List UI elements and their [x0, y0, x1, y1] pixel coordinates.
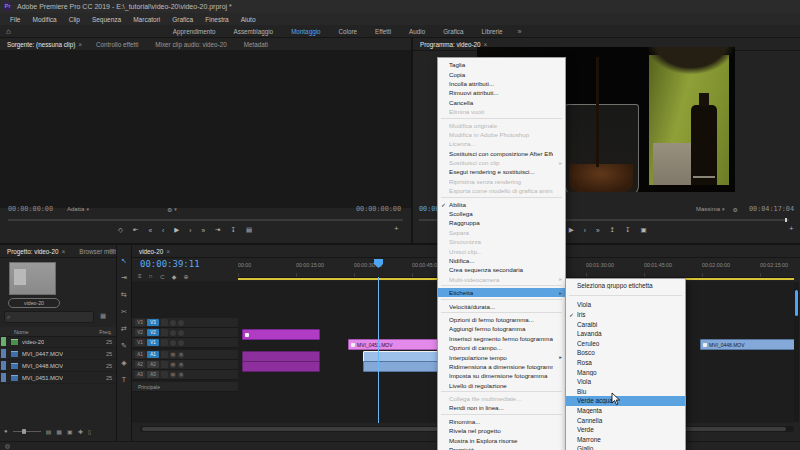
label-color-chip[interactable] [1, 373, 6, 382]
label-submenu-item[interactable]: Cannella [566, 415, 685, 425]
menubar-item[interactable]: Marcatori [127, 16, 166, 23]
context-menu-item[interactable]: Mostra in Esplora risorse [438, 435, 565, 444]
label-submenu-item[interactable]: Blu [566, 387, 685, 397]
menubar-item[interactable]: File [4, 16, 26, 23]
master-track-header[interactable]: Principale [132, 382, 238, 392]
timeline-vertical-scrollbar[interactable] [794, 282, 799, 422]
timeline-clip-video[interactable]: MVI_0448.MOV [700, 339, 797, 350]
timeline-clip-video[interactable] [242, 329, 320, 340]
context-menu-item[interactable]: Raggruppa [438, 218, 565, 227]
playhead-line[interactable] [378, 277, 379, 423]
mute-button[interactable]: M [170, 372, 176, 378]
track-target-button[interactable]: A2 [147, 361, 159, 368]
audio-track-header[interactable]: A1 A1 M S [132, 350, 238, 360]
step-forward-icon[interactable]: › [189, 227, 191, 234]
play-icon[interactable]: ▶ [174, 226, 179, 234]
source-panel-tab[interactable]: Controllo effetti [89, 41, 148, 48]
source-panel-tab[interactable]: Mixer clip audio: video-20 [148, 41, 236, 48]
filter-bin-icon[interactable]: ▦ [100, 312, 106, 320]
context-menu-item[interactable]: Etichetta [438, 288, 565, 297]
source-patch[interactable]: V2 [135, 329, 145, 336]
context-menu-item[interactable]: Aggiungi fermo fotogramma [438, 324, 565, 333]
solo-button[interactable]: S [178, 372, 184, 378]
context-menu-item[interactable]: Ripristina senza rendering [438, 177, 565, 186]
menubar-item[interactable]: Finestra [199, 16, 234, 23]
context-menu-item[interactable]: Sostituisci con composizione After Effec… [438, 149, 565, 158]
column-name[interactable]: Nome [14, 329, 29, 335]
context-menu-item[interactable]: Velocità/durata... [438, 301, 565, 310]
eye-icon[interactable] [170, 320, 176, 326]
context-menu-item[interactable]: Elimina vuoti [438, 107, 565, 116]
column-fps[interactable]: Freq. [99, 329, 112, 335]
source-settings-icon[interactable]: ⚙ [167, 206, 172, 213]
label-submenu-item[interactable]: Bosco [566, 348, 685, 358]
video-20[interactable]: video-20 25 [0, 336, 116, 348]
label-submenu-item[interactable]: Viola [566, 300, 685, 310]
context-menu-item[interactable]: Livello di regolazione [438, 381, 565, 390]
label-color-chip[interactable] [1, 337, 6, 346]
list-view-icon[interactable]: ▤ [46, 428, 52, 435]
menubar-item[interactable]: Sequenza [86, 16, 127, 23]
context-menu-item[interactable]: Opzioni di campo... [438, 343, 565, 352]
context-menu-item[interactable]: Imposta su dimensione fotogramma [438, 371, 565, 380]
track-target-button[interactable]: V3 [147, 319, 159, 326]
context-menu-item[interactable]: Proprietà [438, 445, 565, 450]
source-panel-tab[interactable]: Sorgente: (nessuna clip)× [0, 41, 89, 48]
scrollbar-thumb[interactable] [795, 290, 798, 316]
search-input[interactable] [10, 313, 84, 321]
label-submenu-item[interactable]: Giallo [566, 444, 685, 450]
insert-icon[interactable]: ↧ [231, 226, 236, 234]
context-menu-item[interactable]: Sostituisci con clip [438, 158, 565, 167]
context-menu-item[interactable]: Modifica in Adobe Photoshop [438, 130, 565, 139]
label-submenu-item[interactable]: Verde acqua [566, 396, 685, 406]
menubar-item[interactable]: Clip [63, 16, 86, 23]
context-menu-item[interactable]: Multi-videocamera [438, 275, 565, 284]
label-submenu-item[interactable]: Verde [566, 425, 685, 435]
track-options-icon[interactable] [178, 320, 184, 326]
track-target-button[interactable]: V1 [147, 339, 159, 346]
solo-button[interactable]: S [178, 352, 184, 358]
label-color-chip[interactable] [1, 349, 6, 358]
audio-track-header[interactable]: A2 A2 M S [132, 360, 238, 370]
panel-menu-icon[interactable]: ≡ [109, 247, 113, 254]
context-menu-item[interactable]: Licenza... [438, 139, 565, 148]
workspace-tab[interactable]: Apprendimento [164, 28, 225, 35]
icon-view-icon[interactable]: ▦ [56, 428, 62, 435]
new-bin-icon[interactable]: ▣ [67, 428, 73, 435]
track-select-tool[interactable]: ⇥ [121, 274, 127, 282]
context-menu-item[interactable]: Abilita [438, 199, 565, 208]
context-menu-item[interactable]: Unisci clip... [438, 246, 565, 255]
go-to-out-icon[interactable]: » [201, 227, 205, 234]
eye-icon[interactable] [170, 330, 176, 336]
context-menu-item[interactable]: Collega file multimediale... [438, 394, 565, 403]
label-submenu-item[interactable]: Viola [566, 377, 685, 387]
label-submenu-item[interactable]: Magenta [566, 406, 685, 416]
context-menu-item[interactable]: Nidifica... [438, 256, 565, 265]
track-target-button[interactable]: A3 [147, 371, 159, 378]
lock-icon[interactable] [161, 351, 168, 358]
context-menu-item[interactable]: Esporta come modello di grafica animata.… [438, 186, 565, 195]
label-submenu-item[interactable]: Seleziona gruppo etichetta [566, 281, 685, 291]
video-track-header[interactable]: V3 V3 [132, 318, 238, 328]
label-submenu-item[interactable]: Rosa [566, 358, 685, 368]
source-fit-dropdown[interactable]: Adatta [67, 206, 84, 212]
context-menu-item[interactable]: Opzioni di fermo fotogramma... [438, 315, 565, 324]
source-patch[interactable]: A3 [135, 371, 145, 378]
context-menu-item[interactable]: Rinomina... [438, 417, 565, 426]
pen-tool[interactable]: ✎ [121, 342, 127, 350]
MVI_0448.MOV[interactable]: MVI_0448.MOV 25 [0, 360, 116, 372]
MVI_0451.MOV[interactable]: MVI_0451.MOV 25 [0, 372, 116, 384]
readout-icon[interactable]: ● [4, 428, 8, 434]
label-submenu-item[interactable] [566, 291, 685, 301]
context-menu-item[interactable]: Rendi non in linea... [438, 403, 565, 412]
mute-button[interactable]: M [170, 362, 176, 368]
label-submenu-item[interactable]: Mango [566, 367, 685, 377]
menubar-item[interactable]: Grafica [166, 16, 199, 23]
video-track-header[interactable]: V1 V1 [132, 338, 238, 348]
eye-icon[interactable] [170, 340, 176, 346]
timeline-tab[interactable]: video-20 × [132, 248, 177, 255]
snap-icon[interactable]: ∩ [149, 273, 153, 280]
go-to-in-icon[interactable]: « [148, 227, 152, 234]
mute-button[interactable]: M [170, 352, 176, 358]
marker-icon[interactable]: ◆ [172, 273, 177, 280]
